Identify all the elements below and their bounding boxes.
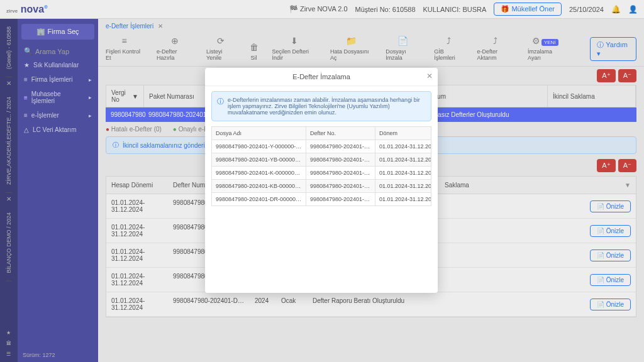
th-donem[interactable]: Dönem bbox=[375, 127, 431, 140]
modal-title: E-Defter İmzalama bbox=[292, 73, 350, 80]
table-row[interactable]: 9980847980-202401-KB-000000-imzasiz.x...… bbox=[211, 180, 431, 193]
table-row[interactable]: 9980847980-202401-DR-000000-imzasiz.x...… bbox=[211, 193, 431, 206]
modal-table: Dosya Adı Defter No. Dönem 9980847980-20… bbox=[211, 126, 431, 206]
modal-info: ⓘ e-Defterlerin imzalanması zaman alabil… bbox=[211, 91, 431, 121]
table-row[interactable]: 9980847980-202401-Y-000000-imzasiz.xml99… bbox=[211, 140, 431, 153]
th-dosya-adi[interactable]: Dosya Adı bbox=[212, 127, 306, 140]
modal-header: E-Defter İmzalama ✕ bbox=[205, 68, 438, 86]
modal-imzalama: E-Defter İmzalama ✕ ⓘ e-Defterlerin imza… bbox=[205, 68, 438, 293]
modal-close-icon[interactable]: ✕ bbox=[426, 72, 433, 80]
th-defter-no[interactable]: Defter No. bbox=[306, 127, 375, 140]
table-row[interactable]: 9980847980-202401-YB-000000-imzasiz...99… bbox=[211, 153, 431, 167]
table-row[interactable]: 9980847980-202401-K-000000-imzasiz.xml99… bbox=[211, 167, 431, 180]
info-icon: ⓘ bbox=[217, 97, 224, 116]
